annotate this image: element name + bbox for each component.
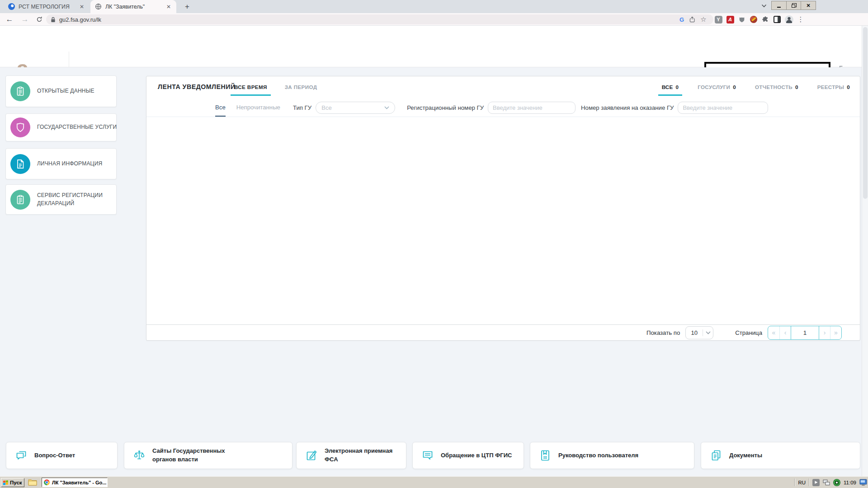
close-icon[interactable]: ✕ [79, 4, 85, 10]
rst-logo-icon [8, 3, 15, 10]
tray-network-ic­on[interactable] [823, 479, 830, 486]
globe-icon [95, 3, 102, 10]
page-size-select[interactable]: 10 [685, 326, 713, 339]
chevron-down-icon [384, 106, 389, 109]
new-tab-button[interactable]: + [182, 1, 193, 12]
edit-icon [306, 450, 317, 461]
sidebar-item-declarations[interactable]: СЕРВИС РЕГИСТРАЦИИ ДЕКЛАРАЦИЙ [5, 184, 117, 215]
profile-avatar-icon[interactable] [785, 15, 793, 23]
menu-dots-icon[interactable]: ⋮ [797, 15, 805, 23]
taskbar-task-chrome[interactable]: ЛК "Заявитель" - Go... [42, 478, 108, 487]
link-card-documents[interactable]: Документы [701, 442, 860, 469]
browser-tab-rst[interactable]: РСТ МЕТРОЛОГИЯ ✕ [4, 0, 90, 13]
contrast-extension-icon[interactable] [773, 15, 781, 23]
lock-icon [51, 17, 56, 23]
app-number-label: Номер заявления на оказание ГУ [581, 104, 674, 111]
link-card-label: Документы [729, 451, 762, 460]
shield-icon [10, 117, 30, 137]
reload-button[interactable] [33, 13, 45, 25]
clock[interactable]: 11:09 [844, 480, 856, 485]
tab-all-time[interactable]: ВСЕ ВРЕМЯ [231, 84, 271, 96]
quicklaunch-folder-icon[interactable] [28, 479, 37, 486]
forward-button[interactable]: → [19, 13, 31, 25]
show-desktop-icon[interactable] [859, 479, 867, 486]
restore-button[interactable] [787, 1, 802, 9]
desktop: РСТ МЕТРОЛОГИЯ ✕ ЛК "Заявитель" ✕ + ✕ ← … [0, 0, 868, 488]
share-icon[interactable] [687, 15, 698, 24]
clipboard-icon [10, 190, 30, 210]
tab-cat-otchetnost[interactable]: ОТЧЕТНОСТЬ 0 [751, 84, 802, 96]
close-window-button[interactable]: ✕ [801, 1, 816, 9]
clipboard-icon [10, 81, 30, 101]
scrollbar-thumb[interactable] [863, 27, 868, 199]
browser-toolbar: ← → gu2.fsa.gov.ru/lk G ☆ Y A [0, 13, 868, 26]
tab-for-period[interactable]: ЗА ПЕРИОД [281, 84, 321, 96]
link-card-gov-sites[interactable]: Сайты Государственных органов власти [124, 442, 292, 469]
tab-label: РЕЕСТРЫ [817, 84, 844, 90]
reg-number-label: Регистрационный номер ГУ [407, 104, 484, 111]
task-label: ЛК "Заявитель" - Go... [52, 480, 106, 485]
tab-label: ОТЧЕТНОСТЬ [755, 84, 793, 90]
filter-row: Все Непрочитанные Тип ГУ Все Регистрацио… [146, 99, 860, 117]
show-per-label: Показать по [646, 329, 680, 336]
tab-cat-all[interactable]: ВСЕ 0 [658, 84, 683, 96]
language-indicator[interactable]: RU [798, 480, 806, 485]
tray-app-icon[interactable] [812, 479, 820, 486]
tab-count: 0 [847, 84, 850, 90]
next-page-button[interactable]: › [819, 326, 830, 339]
extensions-puzzle-icon[interactable] [761, 15, 769, 23]
chat-bubbles-icon [15, 450, 27, 461]
tab-label: ГОСУСЛУГИ [698, 84, 730, 90]
sidebar-item-personal-info[interactable]: ЛИЧНАЯ ИНФОРМАЦИЯ [5, 148, 117, 179]
sidebar-item-open-data[interactable]: ОТКРЫТЫЕ ДАННЫЕ [5, 75, 117, 107]
reg-number-input[interactable] [488, 102, 576, 114]
tray-antivirus-icon[interactable] [833, 479, 840, 486]
filter-unread[interactable]: Непрочитанные [236, 99, 280, 117]
link-card-fsa-reception[interactable]: Электронная приемная ФСА [296, 442, 406, 469]
link-card-qa[interactable]: Вопрос-Ответ [6, 442, 118, 469]
pdf-extension-icon[interactable]: A [726, 15, 734, 23]
url-text[interactable]: gu2.fsa.gov.ru/lk [59, 16, 676, 23]
panel-title: ЛЕНТА УВЕДОМЛЕНИЙ [158, 83, 236, 90]
browser-tabstrip: РСТ МЕТРОЛОГИЯ ✕ ЛК "Заявитель" ✕ + ✕ [0, 0, 868, 13]
last-page-button[interactable]: » [830, 326, 841, 339]
filter-all[interactable]: Все [215, 99, 226, 117]
first-page-button[interactable]: « [768, 326, 779, 339]
google-g-icon[interactable]: G [676, 15, 687, 24]
page-size-value: 10 [686, 329, 703, 336]
close-icon[interactable]: ✕ [165, 4, 172, 10]
chevron-down-icon [703, 331, 713, 334]
type-gu-select[interactable]: Все [316, 102, 395, 114]
back-button[interactable]: ← [4, 13, 15, 25]
app-number-input[interactable] [678, 102, 768, 114]
notifications-panel: ЛЕНТА УВЕДОМЛЕНИЙ ВСЕ ВРЕМЯ ЗА ПЕРИОД ВС… [146, 76, 860, 341]
tab-cat-reestry[interactable]: РЕЕСТРЫ 0 [814, 84, 854, 96]
document-icon [10, 154, 30, 174]
windows-logo-icon [3, 480, 9, 486]
prev-page-button[interactable]: ‹ [779, 326, 791, 339]
window-controls: ✕ [771, 1, 816, 10]
browser-tab-lk[interactable]: ЛК "Заявитель" ✕ [90, 0, 176, 13]
sidebar-item-gov-services[interactable]: ГОСУДАРСТВЕННЫЕ УСЛУГИ [5, 113, 117, 141]
page-scrollbar[interactable] [862, 26, 868, 476]
sidebar-item-label: ОТКРЫТЫЕ ДАННЫЕ [37, 87, 96, 95]
page-label: Страница [735, 329, 762, 336]
bookmark-star-icon[interactable]: ☆ [698, 15, 709, 24]
tab-count: 0 [733, 84, 736, 90]
minimize-button[interactable] [772, 1, 787, 9]
link-card-label: Электронная приемная ФСА [325, 447, 400, 464]
start-button[interactable]: Пуск [1, 478, 24, 487]
link-card-user-guide[interactable]: Руководство пользователя [530, 442, 694, 469]
tab-cat-gosuslugi[interactable]: ГОСУСЛУГИ 0 [694, 84, 740, 96]
tab-search-chevron-icon[interactable] [761, 4, 767, 8]
address-bar[interactable]: gu2.fsa.gov.ru/lk G ☆ [46, 14, 713, 24]
yandex-extension-icon[interactable]: Y [714, 15, 722, 23]
scales-icon [133, 450, 145, 461]
shield-extension-icon[interactable] [738, 15, 746, 23]
windows-taskbar: Пуск ЛК "Заявитель" - Go... RU 11:09 [0, 476, 868, 488]
link-card-ctp-fgis[interactable]: Обращение в ЦТП ФГИС [412, 442, 524, 469]
page-content: ОТКРЫТЫЕ ДАННЫЕ ГОСУДАРСТВЕННЫЕ УСЛУГИ Л… [0, 67, 868, 476]
documents-icon [710, 450, 722, 461]
seal-extension-icon[interactable] [750, 15, 758, 23]
time-tabs: ВСЕ ВРЕМЯ ЗА ПЕРИОД [231, 84, 321, 96]
